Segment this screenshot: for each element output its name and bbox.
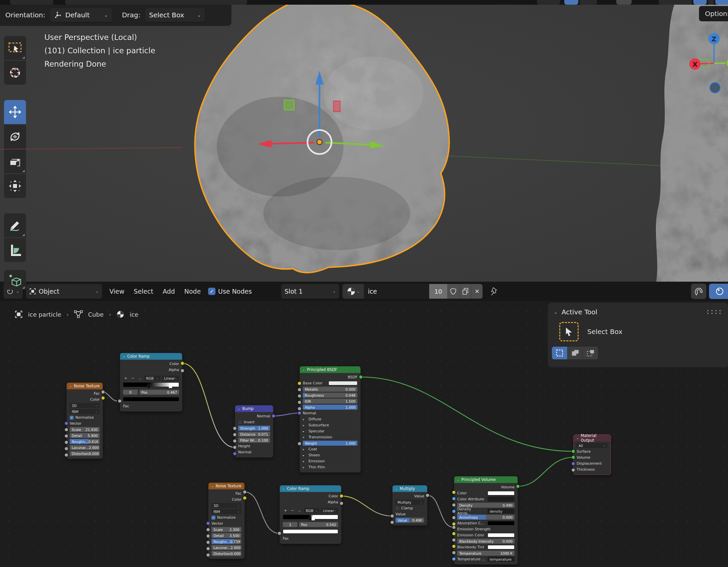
crumb-material[interactable]: ice [130,311,138,318]
tool-measure[interactable] [4,238,26,262]
scale-slider[interactable]: Scale21.930 [70,427,100,432]
section-diffuse[interactable]: ▸Diffuse [303,416,357,422]
node-header[interactable]: ⌄ Noise Texture [208,483,244,489]
tool-move[interactable] [4,100,26,124]
blackbody-tint-swatch[interactable] [488,545,515,549]
drag-dots-icon[interactable] [707,309,721,315]
lacunarity-slider[interactable]: Lacunar...2.000 [211,545,241,550]
pin-icon[interactable] [490,287,499,296]
color-mode-dropdown[interactable]: RGB⌄ [144,376,160,381]
interpolation-dropdown[interactable]: Linear⌄ [162,376,179,381]
section-transmission[interactable]: ▾Transmission [303,434,357,440]
color-mode-dropdown[interactable]: RGB⌄ [304,508,319,513]
node-color-ramp-1[interactable]: ⌄ Color Ramp Color Alpha + − ⌄ RGB⌄ Line… [120,353,182,412]
dimensions-dropdown[interactable]: 3D⌄ [211,503,241,508]
clamp-checkbox[interactable] [396,506,400,510]
collapse-icon[interactable]: ⌄ [282,487,285,490]
collapse-icon[interactable]: ⌄ [211,484,214,488]
ramp-options-button[interactable]: ⌄ [297,509,302,512]
collapse-icon[interactable]: ⌄ [238,407,240,410]
absorption-color-swatch[interactable] [488,521,515,525]
stop-index-field[interactable]: 1 [283,522,297,527]
topbar-button[interactable] [65,0,247,5]
transmission-weight-slider[interactable]: Weight1.000 [303,441,357,446]
select-mode-set[interactable] [552,347,567,359]
stop-index-field[interactable]: 0 [123,390,138,395]
tool-annotate[interactable] [4,213,26,237]
color-swatch[interactable] [488,491,515,495]
ramp-stop[interactable] [169,383,172,388]
topbar-button[interactable] [537,0,560,5]
normalize-checkbox[interactable]: ✓ [211,516,215,520]
topbar-toggle-on[interactable] [715,0,728,5]
collapse-icon[interactable]: ⌄ [69,384,72,388]
menu-node[interactable]: Node [180,288,206,295]
base-color-swatch[interactable] [328,381,357,385]
invert-checkbox[interactable] [238,420,242,424]
node-header[interactable]: ⌄ Color Ramp [280,485,341,492]
lacunarity-slider[interactable]: Lacunar...2.000 [70,445,100,450]
scale-slider[interactable]: Scale2.300 [211,527,241,532]
noise-type-dropdown[interactable]: fBM⌄ [70,409,100,414]
gizmo-plane-xz[interactable] [284,100,294,110]
tool-transform[interactable] [4,174,26,198]
dimensions-dropdown[interactable]: 3D⌄ [70,403,100,408]
ramp-stop-selected[interactable] [311,516,315,520]
node-bump[interactable]: ⌄ Bump Normal Invert Strength1.000 Dista… [235,405,273,458]
anisotropy-slider[interactable]: Anisotropy0.000 [457,515,515,520]
node-math-multiply[interactable]: ⌄ Multiply Value Multiply⌄ Clamp Value V… [392,485,428,526]
target-dropdown[interactable]: All⌄ [577,443,608,448]
select-mode-extend[interactable] [567,347,583,359]
operation-dropdown[interactable]: Multiply⌄ [396,500,424,505]
tool-select-box[interactable] [4,36,26,60]
detail-slider[interactable]: Detail5.900 [70,433,100,438]
nav-axis-minus-z[interactable] [710,82,720,93]
section-emission[interactable]: ▸Emission [303,458,357,464]
strength-slider[interactable]: Strength1.000 [238,426,270,431]
tool-rotate[interactable] [4,125,26,149]
section-specular[interactable]: ▸Specular [303,428,357,434]
topbar-button[interactable] [580,0,597,5]
material-users-count[interactable]: 10 [429,284,447,299]
topbar-button[interactable] [616,0,632,5]
roughness-slider[interactable]: Roughness0.048 [303,393,357,398]
color-ramp-gradient[interactable] [123,382,179,387]
filter-width-slider[interactable]: Filter Wi...0.100 [238,438,270,443]
collapse-chevron-icon[interactable]: ⌄ [554,310,558,315]
overlay-toggle-button[interactable] [709,284,728,299]
node-noise-texture-2[interactable]: ⌄ Noise Texture Fac Color 3D⌄ fBM⌄ ✓Norm… [208,482,245,559]
node-header[interactable]: ⌄ Multiply [393,485,427,492]
material-browse-button[interactable]: ⌄ [342,284,364,299]
noise-type-dropdown[interactable]: fBM⌄ [211,509,241,514]
node-material-output[interactable]: ⌄ Material Output All⌄ Surface Volume Di… [573,434,611,475]
distortion-slider[interactable]: Distortion0.000 [70,451,100,456]
node-header[interactable]: ⌄ Bump [235,405,273,412]
node-principled-bsdf[interactable]: ⌄ Principled BSDF BSDF Base Color Metall… [299,366,361,473]
node-header[interactable]: ⌄ Color Ramp [120,353,182,360]
tool-add-cube[interactable] [4,270,26,290]
material-name-field[interactable]: ice [364,284,429,299]
tool-scale[interactable] [4,149,26,173]
normalize-checkbox[interactable]: ✓ [70,416,74,420]
distortion-slider[interactable]: Distortion0.000 [211,551,241,556]
node-principled-volume[interactable]: ⌄ Principled Volume Volume Color Color A… [454,476,518,565]
use-nodes-checkbox[interactable]: ✓ [208,288,215,295]
collapse-icon[interactable]: ⌄ [457,478,460,481]
section-sheen[interactable]: ▸Sheen [303,452,357,458]
roughness-slider[interactable]: Roughn...0.739 [211,539,241,544]
stop-position-slider[interactable]: Pos0.467 [139,390,179,395]
value-slider[interactable]: Value0.490 [396,518,424,523]
roughness-slider[interactable]: Roughn...0.616 [70,439,100,444]
ramp-stop-selected[interactable] [147,383,150,388]
collapse-icon[interactable]: ⌄ [576,436,579,440]
menu-add[interactable]: Add [158,288,180,295]
drag-dropdown[interactable]: Select Box ⌄ [145,8,205,22]
topbar-toggle-on[interactable] [693,0,707,5]
stop-color-swatch[interactable] [123,397,179,401]
alpha-slider[interactable]: Alpha1.000 [303,405,357,410]
color-ramp-gradient[interactable] [283,515,338,519]
ior-slider[interactable]: IOR1.500 [303,399,357,404]
topbar-button[interactable] [10,0,53,5]
remove-stop-button[interactable]: − [290,508,295,513]
node-color-ramp-2[interactable]: ⌄ Color Ramp Color Alpha + − ⌄ RGB⌄ Line… [279,485,341,544]
